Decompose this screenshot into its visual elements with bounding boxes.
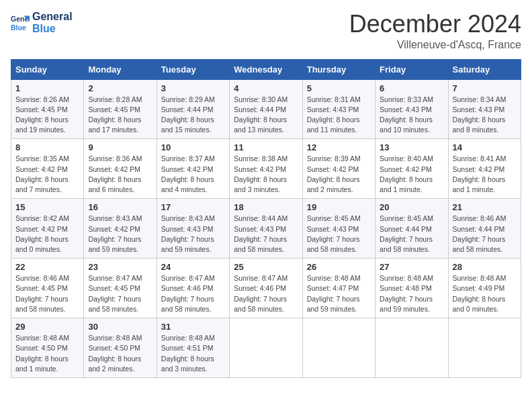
- day-cell: 11Sunrise: 8:38 AMSunset: 4:42 PMDayligh…: [230, 139, 302, 199]
- day-info: Sunrise: 8:40 AMSunset: 4:42 PMDaylight:…: [380, 154, 443, 195]
- day-info: Sunrise: 8:35 AMSunset: 4:42 PMDaylight:…: [15, 154, 79, 195]
- day-cell: 22Sunrise: 8:46 AMSunset: 4:45 PMDayligh…: [11, 259, 84, 318]
- day-info: Sunrise: 8:43 AMSunset: 4:42 PMDaylight:…: [88, 214, 152, 255]
- day-cell: 30Sunrise: 8:48 AMSunset: 4:50 PMDayligh…: [84, 318, 157, 378]
- day-cell: 29Sunrise: 8:48 AMSunset: 4:50 PMDayligh…: [11, 318, 84, 378]
- day-info: Sunrise: 8:46 AMSunset: 4:45 PMDaylight:…: [15, 273, 79, 314]
- day-cell: 4Sunrise: 8:30 AMSunset: 4:44 PMDaylight…: [230, 79, 302, 139]
- logo-general: General: [32, 11, 73, 23]
- day-info: Sunrise: 8:48 AMSunset: 4:50 PMDaylight:…: [88, 333, 152, 374]
- day-number: 28: [453, 262, 517, 272]
- day-cell: [230, 318, 302, 378]
- day-cell: 3Sunrise: 8:29 AMSunset: 4:44 PMDaylight…: [157, 79, 229, 139]
- day-cell: 19Sunrise: 8:45 AMSunset: 4:43 PMDayligh…: [302, 199, 375, 259]
- day-header-row: SundayMondayTuesdayWednesdayThursdayFrid…: [11, 59, 521, 79]
- day-info: Sunrise: 8:34 AMSunset: 4:43 PMDaylight:…: [453, 95, 517, 136]
- day-number: 23: [88, 262, 152, 272]
- day-info: Sunrise: 8:48 AMSunset: 4:47 PMDaylight:…: [307, 273, 371, 314]
- day-cell: [375, 318, 448, 378]
- day-info: Sunrise: 8:29 AMSunset: 4:44 PMDaylight:…: [161, 95, 225, 136]
- day-number: 6: [380, 83, 443, 93]
- week-row-4: 22Sunrise: 8:46 AMSunset: 4:45 PMDayligh…: [11, 259, 521, 318]
- day-number: 25: [234, 262, 298, 272]
- day-number: 24: [161, 262, 225, 272]
- day-cell: 23Sunrise: 8:47 AMSunset: 4:45 PMDayligh…: [84, 259, 157, 318]
- day-number: 5: [307, 83, 371, 93]
- day-info: Sunrise: 8:39 AMSunset: 4:42 PMDaylight:…: [307, 154, 371, 195]
- day-cell: 16Sunrise: 8:43 AMSunset: 4:42 PMDayligh…: [84, 199, 157, 259]
- day-header-sunday: Sunday: [11, 59, 84, 79]
- week-row-5: 29Sunrise: 8:48 AMSunset: 4:50 PMDayligh…: [11, 318, 521, 378]
- day-number: 10: [161, 142, 225, 152]
- day-cell: 13Sunrise: 8:40 AMSunset: 4:42 PMDayligh…: [375, 139, 448, 199]
- day-cell: 14Sunrise: 8:41 AMSunset: 4:42 PMDayligh…: [448, 139, 521, 199]
- day-cell: 6Sunrise: 8:33 AMSunset: 4:43 PMDaylight…: [375, 79, 448, 139]
- day-number: 13: [380, 142, 443, 152]
- day-number: 7: [453, 83, 517, 93]
- day-cell: 20Sunrise: 8:45 AMSunset: 4:44 PMDayligh…: [375, 199, 448, 259]
- day-info: Sunrise: 8:48 AMSunset: 4:50 PMDaylight:…: [15, 333, 79, 374]
- day-cell: 2Sunrise: 8:28 AMSunset: 4:45 PMDaylight…: [84, 79, 157, 139]
- day-number: 12: [307, 142, 371, 152]
- day-cell: 28Sunrise: 8:48 AMSunset: 4:49 PMDayligh…: [448, 259, 521, 318]
- day-info: Sunrise: 8:47 AMSunset: 4:46 PMDaylight:…: [161, 273, 225, 314]
- day-cell: 15Sunrise: 8:42 AMSunset: 4:42 PMDayligh…: [11, 199, 84, 259]
- day-info: Sunrise: 8:44 AMSunset: 4:43 PMDaylight:…: [234, 214, 298, 255]
- location-title: Villeneuve-d'Ascq, France: [349, 39, 521, 51]
- day-number: 19: [307, 202, 371, 212]
- day-info: Sunrise: 8:31 AMSunset: 4:43 PMDaylight:…: [307, 95, 371, 136]
- day-cell: 27Sunrise: 8:48 AMSunset: 4:48 PMDayligh…: [375, 259, 448, 318]
- day-number: 2: [88, 83, 152, 93]
- day-info: Sunrise: 8:48 AMSunset: 4:48 PMDaylight:…: [380, 273, 443, 314]
- day-cell: 9Sunrise: 8:36 AMSunset: 4:42 PMDaylight…: [84, 139, 157, 199]
- day-info: Sunrise: 8:38 AMSunset: 4:42 PMDaylight:…: [234, 154, 298, 195]
- day-cell: 12Sunrise: 8:39 AMSunset: 4:42 PMDayligh…: [302, 139, 375, 199]
- day-header-wednesday: Wednesday: [230, 59, 302, 79]
- day-number: 27: [380, 262, 443, 272]
- day-info: Sunrise: 8:45 AMSunset: 4:43 PMDaylight:…: [307, 214, 371, 255]
- day-number: 16: [88, 202, 152, 212]
- day-number: 1: [15, 83, 79, 93]
- day-number: 18: [234, 202, 298, 212]
- day-cell: 21Sunrise: 8:46 AMSunset: 4:44 PMDayligh…: [448, 199, 521, 259]
- day-info: Sunrise: 8:48 AMSunset: 4:51 PMDaylight:…: [161, 333, 225, 374]
- day-cell: 31Sunrise: 8:48 AMSunset: 4:51 PMDayligh…: [157, 318, 229, 378]
- day-number: 21: [453, 202, 517, 212]
- svg-text:Blue: Blue: [11, 23, 26, 31]
- day-number: 8: [15, 142, 79, 152]
- header: General Blue General Blue December 2024 …: [11, 11, 521, 51]
- day-cell: [448, 318, 521, 378]
- day-number: 31: [161, 322, 225, 332]
- day-cell: [302, 318, 375, 378]
- day-cell: 18Sunrise: 8:44 AMSunset: 4:43 PMDayligh…: [230, 199, 302, 259]
- day-cell: 7Sunrise: 8:34 AMSunset: 4:43 PMDaylight…: [448, 79, 521, 139]
- day-cell: 26Sunrise: 8:48 AMSunset: 4:47 PMDayligh…: [302, 259, 375, 318]
- day-cell: 24Sunrise: 8:47 AMSunset: 4:46 PMDayligh…: [157, 259, 229, 318]
- day-number: 4: [234, 83, 298, 93]
- day-info: Sunrise: 8:46 AMSunset: 4:44 PMDaylight:…: [453, 214, 517, 255]
- day-header-friday: Friday: [375, 59, 448, 79]
- month-title: December 2024: [349, 11, 521, 38]
- day-info: Sunrise: 8:33 AMSunset: 4:43 PMDaylight:…: [380, 95, 443, 136]
- day-cell: 10Sunrise: 8:37 AMSunset: 4:42 PMDayligh…: [157, 139, 229, 199]
- day-cell: 25Sunrise: 8:47 AMSunset: 4:46 PMDayligh…: [230, 259, 302, 318]
- title-area: December 2024 Villeneuve-d'Ascq, France: [349, 11, 521, 51]
- day-header-thursday: Thursday: [302, 59, 375, 79]
- week-row-1: 1Sunrise: 8:26 AMSunset: 4:45 PMDaylight…: [11, 79, 521, 139]
- day-number: 3: [161, 83, 225, 93]
- day-number: 29: [15, 322, 79, 332]
- day-cell: 5Sunrise: 8:31 AMSunset: 4:43 PMDaylight…: [302, 79, 375, 139]
- calendar-table: SundayMondayTuesdayWednesdayThursdayFrid…: [11, 59, 521, 378]
- day-cell: 1Sunrise: 8:26 AMSunset: 4:45 PMDaylight…: [11, 79, 84, 139]
- logo: General Blue General Blue: [11, 11, 73, 34]
- day-number: 14: [453, 142, 517, 152]
- day-number: 11: [234, 142, 298, 152]
- day-cell: 8Sunrise: 8:35 AMSunset: 4:42 PMDaylight…: [11, 139, 84, 199]
- day-info: Sunrise: 8:41 AMSunset: 4:42 PMDaylight:…: [453, 154, 517, 195]
- day-header-monday: Monday: [84, 59, 157, 79]
- day-number: 17: [161, 202, 225, 212]
- day-info: Sunrise: 8:47 AMSunset: 4:46 PMDaylight:…: [234, 273, 298, 314]
- day-info: Sunrise: 8:48 AMSunset: 4:49 PMDaylight:…: [453, 273, 517, 314]
- logo-icon: General Blue: [11, 13, 30, 32]
- day-number: 22: [15, 262, 79, 272]
